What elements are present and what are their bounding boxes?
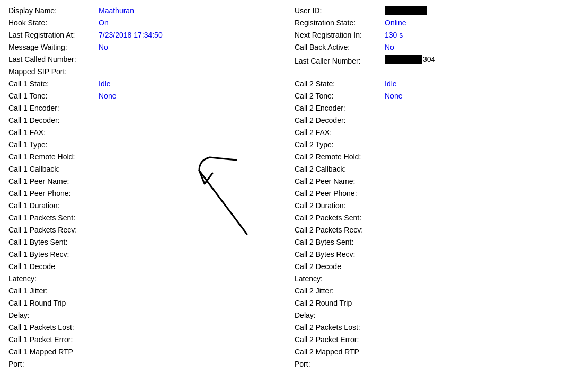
field-label: Call 1 Peer Name:: [8, 177, 99, 185]
field-label: Call 1 Remote Hold:: [8, 153, 99, 161]
field-label: Port:: [8, 360, 99, 368]
field-row: Call 1 Jitter:: [8, 287, 273, 298]
field-row: Call 1 Peer Phone:: [8, 189, 273, 201]
field-row: Call 1 Duration:: [8, 201, 273, 213]
field-label: Last Registration At:: [8, 31, 99, 39]
field-label: Call 1 Decode: [8, 262, 99, 271]
field-label: Call 2 Packets Recv:: [295, 226, 385, 234]
field-row: Call 2 Bytes Recv:: [295, 250, 560, 262]
field-label: Call 2 Decoder:: [295, 116, 385, 124]
field-row: Call 1 Decode: [8, 262, 273, 274]
field-label: Next Registration In:: [295, 31, 385, 39]
field-label: Call 2 Bytes Sent:: [295, 238, 385, 246]
field-row: User ID:: [295, 6, 560, 18]
field-row: Call 2 Remote Hold:: [295, 153, 560, 164]
field-row: Display Name:Maathuran: [8, 6, 273, 18]
field-row: Call 2 Jitter:: [295, 287, 560, 298]
field-label: Call 1 Decoder:: [8, 116, 99, 124]
field-label: Call 2 Jitter:: [295, 287, 385, 295]
field-row: Call 1 Tone:None: [8, 92, 273, 103]
field-label: Call 2 State:: [295, 79, 385, 88]
field-row: Call 2 Peer Name:: [295, 177, 560, 189]
field-value: 304: [385, 55, 435, 64]
field-label: Call Back Active:: [295, 43, 385, 51]
field-row: Call Back Active:No: [295, 43, 560, 55]
field-label: Call 2 Packet Error:: [295, 335, 385, 344]
field-label: Call 1 Packets Lost:: [8, 323, 99, 332]
field-row: Latency:: [8, 274, 273, 286]
field-row: Call 2 FAX:: [295, 128, 560, 140]
field-row: Call 1 Callback:: [8, 165, 273, 176]
field-label: Call 2 Type:: [295, 140, 385, 149]
field-row: Call 2 Bytes Sent:: [295, 238, 560, 250]
field-row: Port:: [295, 360, 560, 371]
field-row: Call 2 Round Trip: [295, 299, 560, 310]
field-label: Latency:: [8, 274, 99, 283]
field-label: Call 1 Bytes Sent:: [8, 238, 99, 246]
field-row: Delay:: [295, 311, 560, 323]
field-row: Port:: [8, 360, 273, 371]
field-row: Call 1 Type:: [8, 140, 273, 152]
field-value: Idle: [385, 79, 397, 88]
field-row: Call 1 Packets Lost:: [8, 323, 273, 335]
field-row: Call 2 State:Idle: [295, 79, 560, 91]
field-row: Last Registration At:7/23/2018 17:34:50: [8, 31, 273, 42]
field-label: Call 1 Tone:: [8, 92, 99, 100]
field-label: Message Waiting:: [8, 43, 99, 51]
field-label: Call 2 Callback:: [295, 165, 385, 173]
field-label: Call 2 Packets Lost:: [295, 323, 385, 332]
field-row: Call 1 Encoder:: [8, 104, 273, 115]
field-row: Call 2 Packets Recv:: [295, 226, 560, 237]
field-label: Delay:: [8, 311, 99, 319]
field-label: Call 1 State:: [8, 79, 99, 88]
field-value: Idle: [99, 79, 111, 88]
field-label: Mapped SIP Port:: [8, 67, 99, 76]
field-label: Last Caller Number:: [295, 57, 385, 65]
field-label: Call 1 Packets Sent:: [8, 213, 99, 222]
field-row: Call 2 Mapped RTP: [295, 348, 560, 359]
field-label: Call 1 Mapped RTP: [8, 348, 99, 356]
field-label: Last Called Number:: [8, 55, 99, 64]
field-row: Call 2 Packets Sent:: [295, 213, 560, 225]
field-label: Call 1 Type:: [8, 140, 99, 149]
field-label: Latency:: [295, 274, 385, 283]
field-label: Call 2 Encoder:: [295, 104, 385, 112]
field-row: Call 2 Decode: [295, 262, 560, 274]
field-row: Delay:: [8, 311, 273, 323]
field-row: Last Called Number:: [8, 55, 273, 67]
field-label: Call 2 Remote Hold:: [295, 153, 385, 161]
field-value: On: [99, 19, 109, 27]
redacted-block: [385, 55, 422, 64]
field-label: Call 1 Callback:: [8, 165, 99, 173]
field-row: Call 1 Decoder:: [8, 116, 273, 128]
field-row: Call 1 Packets Recv:: [8, 226, 273, 237]
field-label: Call 2 Peer Name:: [295, 177, 385, 185]
field-label: Call 2 Duration:: [295, 201, 385, 210]
field-row: Call 2 Type:: [295, 140, 560, 152]
field-label: Call 2 Tone:: [295, 92, 385, 100]
field-row: Call 1 Remote Hold:: [8, 153, 273, 164]
field-label: Call 1 Encoder:: [8, 104, 99, 112]
field-label: Call 1 FAX:: [8, 128, 99, 137]
field-row: Call 1 FAX:: [8, 128, 273, 140]
field-row: [295, 67, 560, 79]
field-value: 7/23/2018 17:34:50: [99, 31, 163, 39]
field-value: Maathuran: [99, 6, 134, 15]
field-label: Call 1 Duration:: [8, 201, 99, 210]
field-label: Display Name:: [8, 6, 99, 15]
field-label: Call 2 Round Trip: [295, 299, 385, 307]
field-row: Call 2 Packet Error:: [295, 335, 560, 347]
field-row: Message Waiting:No: [8, 43, 273, 55]
field-row: Call 1 Packet Error:: [8, 335, 273, 347]
field-label: Hook State:: [8, 19, 99, 27]
left-column: Display Name:MaathuranHook State:OnLast …: [8, 6, 273, 372]
field-row: Hook State:On: [8, 19, 273, 30]
field-value: 130 s: [385, 31, 403, 39]
field-value: None: [99, 92, 116, 100]
field-row: Registration State:Online: [295, 19, 560, 30]
field-label: Call 2 Packets Sent:: [295, 213, 385, 222]
field-row: Call 2 Callback:: [295, 165, 560, 176]
field-label: Call 2 Decode: [295, 262, 385, 271]
field-label: Port:: [295, 360, 385, 368]
field-label: Call 1 Packet Error:: [8, 335, 99, 344]
